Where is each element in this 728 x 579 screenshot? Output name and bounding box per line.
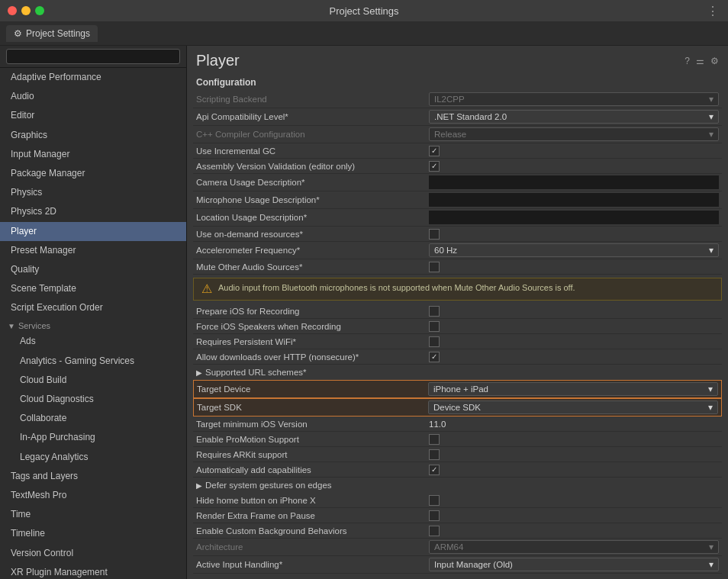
mute-audio-label: Mute Other Audio Sources* [196, 262, 429, 272]
dropdown-arrow-icon: ▾ [709, 94, 714, 105]
custom-bg-checkbox[interactable] [429, 526, 440, 536]
sidebar-item-package-manager[interactable]: Package Manager [0, 164, 186, 183]
sidebar-item-in-app[interactable]: In-App Purchasing [0, 428, 186, 447]
window-title: Project Settings [329, 5, 398, 17]
sidebar-item-time[interactable]: Time [0, 505, 186, 524]
render-extra-label: Render Extra Frame on Pause [196, 511, 429, 520]
force-speakers-checkbox[interactable] [429, 321, 440, 332]
sidebar-item-adaptive-performance[interactable]: Adaptive Performance [0, 68, 186, 87]
scripting-backend-text: IL2CPP [434, 95, 465, 104]
promotion-checkbox[interactable] [429, 434, 440, 445]
filter-icon[interactable]: ⚌ [696, 56, 704, 66]
render-extra-checkbox[interactable] [429, 510, 440, 521]
microphone-usage-label: Microphone Usage Description* [196, 195, 429, 204]
sidebar-item-physics-2d[interactable]: Physics 2D [0, 202, 186, 221]
architecture-value: ARM64 ▾ [429, 540, 719, 554]
incremental-gc-checkbox[interactable] [429, 146, 440, 156]
sidebar-item-analytics-gaming[interactable]: Analytics - Gaming Services [0, 352, 186, 371]
sidebar-item-editor[interactable]: Editor [0, 106, 186, 125]
render-extra-value [429, 510, 719, 521]
assembly-validation-checkbox[interactable] [429, 161, 440, 172]
setting-defer-gestures[interactable]: ▶ Defer system gestures on edges [193, 478, 722, 493]
promotion-label: Enable ProMotion Support [196, 435, 429, 444]
tabbar: ⚙ Project Settings [0, 21, 728, 46]
input-handling-dropdown[interactable]: Input Manager (Old) ▾ [429, 558, 719, 571]
setting-camera-usage: Camera Usage Description* [193, 174, 722, 191]
accelerometer-dropdown[interactable]: 60 Hz ▾ [429, 243, 719, 257]
location-usage-value [429, 211, 719, 224]
dropdown-arrow-icon: ▾ [708, 402, 713, 413]
help-icon[interactable]: ? [685, 56, 690, 66]
http-downloads-checkbox[interactable] [429, 352, 440, 362]
sidebar-item-legacy-analytics[interactable]: Legacy Analytics [0, 448, 186, 467]
search-input[interactable] [6, 49, 180, 64]
setting-input-handling: Active Input Handling* Input Manager (Ol… [193, 556, 722, 574]
sidebar-item-collaborate[interactable]: Collaborate [0, 409, 186, 428]
microphone-usage-value [429, 193, 719, 207]
target-device-value: iPhone + iPad ▾ [428, 382, 718, 396]
defer-gestures-label: Defer system gestures on edges [205, 481, 332, 490]
arkit-checkbox[interactable] [429, 449, 440, 460]
on-demand-value [429, 229, 719, 240]
sidebar-item-textmesh[interactable]: TextMesh Pro [0, 486, 186, 505]
api-compat-text: .NET Standard 2.0 [434, 112, 507, 121]
camera-usage-input[interactable] [429, 175, 719, 189]
sidebar-item-graphics[interactable]: Graphics [0, 126, 186, 145]
setting-location-usage: Location Usage Description* [193, 209, 722, 227]
defer-gestures-arrow-icon: ▶ [196, 481, 202, 490]
sidebar-item-input-manager[interactable]: Input Manager [0, 145, 186, 164]
min-ios-value: 11.0 [429, 420, 719, 429]
sidebar-item-ads[interactable]: Ads [0, 332, 186, 351]
auto-capabilities-checkbox[interactable] [429, 465, 440, 475]
services-arrow-icon: ▼ [8, 322, 15, 330]
sidebar-item-timeline[interactable]: Timeline [0, 524, 186, 543]
hide-home-label: Hide home button on iPhone X [196, 496, 429, 505]
promotion-value [429, 434, 719, 445]
setting-url-schemes[interactable]: ▶ Supported URL schemes* [193, 365, 722, 380]
sidebar-item-scene-template[interactable]: Scene Template [0, 279, 186, 298]
gear-icon[interactable]: ⚙ [710, 56, 719, 66]
sidebar-item-quality[interactable]: Quality [0, 260, 186, 279]
sidebar-item-version-control[interactable]: Version Control [0, 544, 186, 563]
sidebar-item-script-execution[interactable]: Script Execution Order [0, 298, 186, 317]
persistent-wifi-checkbox[interactable] [429, 336, 440, 347]
sidebar-item-audio[interactable]: Audio [0, 87, 186, 106]
scripting-backend-dropdown[interactable]: IL2CPP ▾ [429, 92, 719, 106]
sidebar-item-player[interactable]: Player [0, 222, 186, 241]
location-usage-label: Location Usage Description* [196, 213, 429, 222]
assembly-validation-label: Assembly Version Validation (editor only… [196, 162, 429, 171]
sidebar-item-cloud-diagnostics[interactable]: Cloud Diagnostics [0, 390, 186, 409]
setting-accelerometer: Accelerometer Frequency* 60 Hz ▾ [193, 242, 722, 259]
sidebar-item-tags-layers[interactable]: Tags and Layers [0, 467, 186, 486]
architecture-dropdown[interactable]: ARM64 ▾ [429, 540, 719, 554]
on-demand-checkbox[interactable] [429, 229, 440, 240]
microphone-usage-input[interactable] [429, 193, 719, 207]
cpp-compiler-label: C++ Compiler Configuration [196, 130, 429, 139]
scripting-backend-label: Scripting Backend [196, 95, 429, 104]
sidebar-item-preset-manager[interactable]: Preset Manager [0, 241, 186, 260]
sidebar-item-xr-plugin[interactable]: XR Plugin Management [0, 563, 186, 579]
prepare-ios-checkbox[interactable] [429, 306, 440, 317]
minimize-button[interactable] [21, 6, 31, 15]
target-device-label: Target Device [197, 384, 428, 394]
close-button[interactable] [8, 6, 17, 15]
setting-assembly-validation: Assembly Version Validation (editor only… [193, 159, 722, 174]
configuration-header: Configuration [193, 72, 722, 91]
window-controls[interactable] [8, 6, 44, 15]
target-sdk-dropdown[interactable]: Device SDK ▾ [428, 400, 718, 414]
target-device-dropdown[interactable]: iPhone + iPad ▾ [428, 382, 718, 396]
url-schemes-label: Supported URL schemes* [205, 368, 307, 377]
hide-home-checkbox[interactable] [429, 495, 440, 506]
main-layout: Adaptive Performance Audio Editor Graphi… [0, 46, 728, 579]
cpp-compiler-dropdown[interactable]: Release ▾ [429, 127, 719, 141]
project-settings-tab[interactable]: ⚙ Project Settings [6, 25, 98, 42]
sidebar-item-cloud-build[interactable]: Cloud Build [0, 371, 186, 390]
architecture-label: Architecture [196, 542, 429, 552]
api-compat-dropdown[interactable]: .NET Standard 2.0 ▾ [429, 110, 719, 124]
mute-audio-checkbox[interactable] [429, 262, 440, 272]
on-demand-label: Use on-demand resources* [196, 230, 429, 239]
location-usage-input[interactable] [429, 211, 719, 224]
maximize-button[interactable] [35, 6, 44, 15]
sidebar-item-physics[interactable]: Physics [0, 183, 186, 202]
more-icon[interactable]: ⋮ [707, 4, 719, 18]
